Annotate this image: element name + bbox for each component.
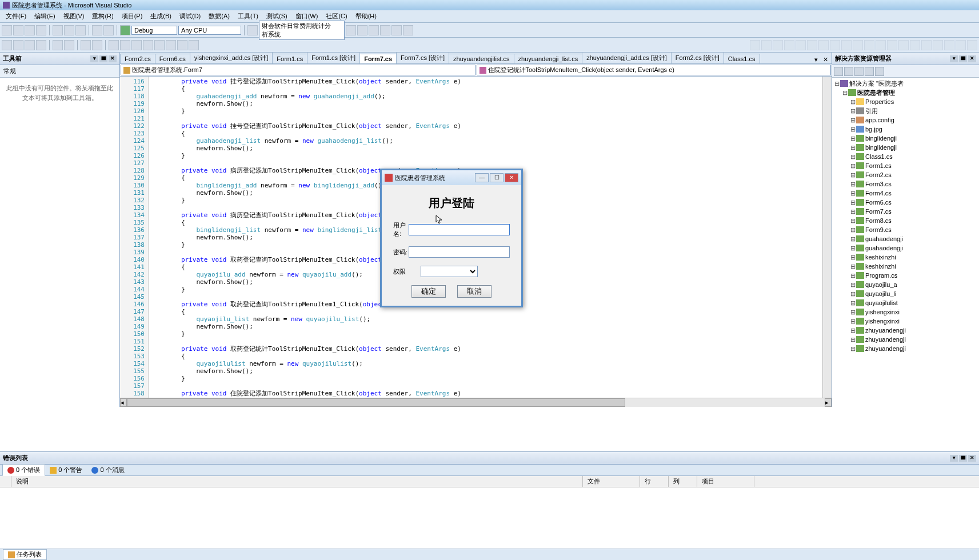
tree-node[interactable]: ⊞bg.jpg [833,125,978,134]
open-button[interactable] [13,25,23,35]
tree-node[interactable]: ⊞Properties [833,97,978,106]
vertical-scrollbar[interactable] [822,77,832,398]
tb2-2[interactable] [13,40,23,50]
solution-pin-icon[interactable]: ⯀ [959,55,967,62]
project-dropdown[interactable]: 财会软件日常费用统计分析系统 [259,21,345,40]
save-button[interactable] [25,25,35,35]
layout-btn-14[interactable] [898,40,909,50]
tree-node[interactable]: ⊞zhuyuandengji [833,326,978,335]
tb2-16[interactable] [189,40,199,50]
tb-misc-3[interactable] [369,25,379,35]
sol-tb-4[interactable] [865,67,874,76]
paste-button[interactable] [75,25,86,35]
toolbox-dropdown-icon[interactable]: ▾ [90,55,98,62]
cut-button[interactable] [53,25,63,35]
tree-solution-node[interactable]: ⊟解决方案 "医院患者 [833,79,978,88]
tree-node[interactable]: ⊞binglidengji [833,143,978,152]
tb2-9[interactable] [109,40,119,50]
tree-node[interactable]: ⊞yishengxinxi [833,317,978,326]
tree-node[interactable]: ⊞zhuyuandengji [833,344,978,353]
layout-btn-19[interactable] [956,40,966,50]
error-col-header[interactable]: 说明 [11,476,583,487]
tree-node[interactable]: ⊞guahaodengji [833,234,978,243]
doc-tab[interactable]: zhuyuandengji_list.cs [514,54,583,63]
layout-btn-15[interactable] [910,40,920,50]
sol-tb-5[interactable] [875,67,884,76]
platform-dropdown[interactable]: Any CPU [178,26,241,35]
tab-overflow-icon[interactable]: ▾ [812,56,820,63]
messages-tab[interactable]: 0 个消息 [87,465,129,475]
copy-button[interactable] [64,25,74,35]
doc-tab[interactable]: Class1.cs [724,54,760,63]
tb2-15[interactable] [177,40,187,50]
error-col-header[interactable]: 项目 [697,476,754,487]
task-list-tab[interactable]: 任务列表 [3,549,47,560]
tree-node[interactable]: ⊞binglidengji [833,134,978,143]
tree-node[interactable]: ⊞Form8.cs [833,216,978,225]
tb-misc-4[interactable] [380,25,390,35]
indent-less-button[interactable] [53,40,63,50]
doc-tab[interactable]: Form7.cs [设计] [396,53,449,63]
tree-node[interactable]: ⊞Form9.cs [833,225,978,234]
tree-node[interactable]: ⊞Class1.cs [833,152,978,161]
error-col-header[interactable]: 行 [640,476,669,487]
doc-tab[interactable]: Form1.cs [272,54,307,63]
find-button[interactable] [247,25,258,35]
menu-item[interactable]: 项目(P) [118,11,147,22]
doc-tab[interactable]: zhuyuandengji_add.cs [设计] [582,53,672,63]
permission-select[interactable] [421,266,478,277]
tree-node[interactable]: ⊞Form4.cs [833,189,978,198]
solution-dropdown-icon[interactable]: ▾ [950,55,958,62]
tree-node[interactable]: ⊞zhuyuandengji [833,335,978,344]
new-project-button[interactable] [2,25,12,35]
comment-button[interactable] [81,40,91,50]
tb-misc-6[interactable] [403,25,413,35]
layout-btn-16[interactable] [921,40,932,50]
layout-btn-20[interactable] [967,40,977,50]
tree-node[interactable]: ⊞Form3.cs [833,179,978,189]
start-debug-button[interactable] [120,25,130,35]
tb2-13[interactable] [154,40,165,50]
menu-item[interactable]: 生成(B) [146,11,175,22]
tb2-3[interactable] [25,40,35,50]
tree-node[interactable]: ⊞Form6.cs [833,198,978,207]
tb-misc-5[interactable] [391,25,402,35]
tb2-14[interactable] [166,40,176,50]
error-col-header[interactable] [0,476,11,487]
layout-btn-17[interactable] [933,40,943,50]
menu-item[interactable]: 视图(V) [59,11,89,22]
menu-item[interactable]: 数据(A) [205,11,234,22]
errorlist-close-icon[interactable]: ✕ [968,455,976,462]
warnings-tab[interactable]: 0 个警告 [45,465,87,475]
errorlist-pin-icon[interactable]: ⯀ [959,455,967,462]
doc-tab[interactable]: Form1.cs [设计] [307,53,360,63]
dialog-maximize-button[interactable]: ☐ [490,173,504,182]
cancel-button[interactable]: 取消 [457,285,492,298]
doc-tab[interactable]: Form6.cs [155,54,190,63]
tree-node[interactable]: ⊞quyaojilu_li [833,289,978,298]
layout-btn-18[interactable] [944,40,954,50]
tree-node[interactable]: ⊞Form1.cs [833,161,978,170]
tree-node[interactable]: ⊞keshixinzhi [833,262,978,271]
tree-node[interactable]: ⊞keshixinzhi [833,253,978,262]
tree-node[interactable]: ⊞Form2.cs [833,170,978,179]
error-col-header[interactable]: 列 [669,476,697,487]
config-dropdown[interactable]: Debug [131,26,177,35]
menu-item[interactable]: 重构(R) [88,11,117,22]
method-dropdown[interactable]: 住院登记统计ToolStripMenuItem_Click(object sen… [477,65,832,75]
error-col-header[interactable]: 文件 [583,476,640,487]
doc-tab[interactable]: Form7.cs [359,54,397,63]
layout-btn-10[interactable] [853,40,863,50]
save-all-button[interactable] [36,25,46,35]
solution-tree[interactable]: ⊟解决方案 "医院患者⊟医院患者管理⊞Properties⊞引用⊞app.con… [832,78,979,407]
layout-btn-9[interactable] [841,40,852,50]
undo-button[interactable] [92,25,102,35]
menu-item[interactable]: 文件(F) [2,11,30,22]
layout-btn-2[interactable] [761,40,772,50]
tb2-10[interactable] [120,40,130,50]
menu-item[interactable]: 工具(T) [234,11,262,22]
tb-misc-2[interactable] [357,25,367,35]
tree-node[interactable]: ⊞guahaodengji [833,243,978,253]
layout-btn-3[interactable] [773,40,783,50]
tree-project-node[interactable]: ⊟医院患者管理 [833,88,978,97]
